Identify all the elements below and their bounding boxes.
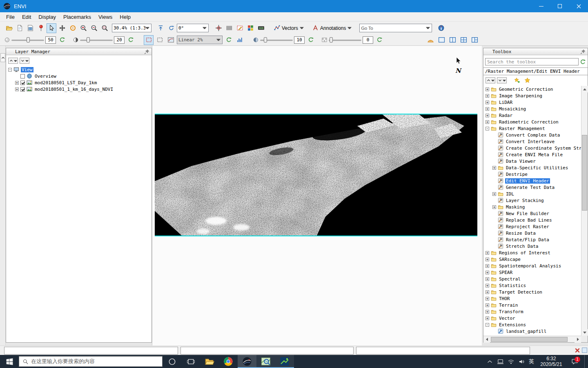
goto-combobox[interactable]: Go To xyxy=(359,24,432,32)
rotation-combobox[interactable]: 0° xyxy=(177,24,209,32)
expander-icon[interactable]: + xyxy=(486,303,489,307)
minimize-button[interactable] xyxy=(532,0,550,12)
toolbox-item[interactable]: -Raster Management xyxy=(483,125,581,132)
placemark-button[interactable] xyxy=(36,23,46,33)
contrast-slider[interactable] xyxy=(80,36,113,44)
select-button[interactable] xyxy=(47,23,56,33)
sharpen-input[interactable]: 10 xyxy=(294,36,305,44)
toolbox-item[interactable]: Create Coordinate System Strin xyxy=(483,145,581,151)
pixel-value-button[interactable] xyxy=(256,23,266,33)
toolbox-item[interactable]: +Transform xyxy=(483,308,581,315)
expander-icon[interactable]: + xyxy=(486,277,489,281)
toolbox-item[interactable]: +IDL xyxy=(483,191,581,197)
stretch-fullextent-button[interactable] xyxy=(144,35,154,45)
scroll-left-button[interactable] xyxy=(483,336,490,343)
cortana-button[interactable] xyxy=(163,355,181,368)
toolbox-horizontal-scrollbar[interactable] xyxy=(483,336,581,342)
expander-icon[interactable]: + xyxy=(486,101,489,104)
toolbox-item[interactable]: Reproject Raster xyxy=(483,223,581,230)
toolbox-item[interactable]: +Spectral xyxy=(483,276,581,282)
toolbox-item[interactable]: +Spatiotemporal Analysis xyxy=(483,263,581,269)
cancel-icon[interactable] xyxy=(574,347,581,354)
pushpin-icon[interactable] xyxy=(144,49,149,54)
toolbox-item[interactable]: -Extensions xyxy=(483,321,581,328)
brightness-input[interactable]: 50 xyxy=(45,36,56,44)
expander-icon[interactable]: + xyxy=(486,114,489,117)
scrollbar-thumb[interactable] xyxy=(491,337,568,342)
taskbar-search[interactable]: 在这里输入你要搜索的内容 xyxy=(19,356,163,367)
add-favorite-icon[interactable] xyxy=(514,77,520,83)
task-view-button[interactable] xyxy=(181,355,200,368)
toolbox-item[interactable]: Data Viewer xyxy=(483,158,581,164)
file-explorer-button[interactable] xyxy=(200,355,219,368)
taskbar-clock[interactable]: 6:32 2020/5/21 xyxy=(538,356,565,367)
scroll-down-button[interactable] xyxy=(581,329,588,336)
grid-views-button[interactable] xyxy=(459,35,468,45)
image-view-area[interactable]: N xyxy=(152,46,482,346)
toolbox-item[interactable]: landsat_gapfill xyxy=(483,328,581,334)
menu-item-file[interactable]: File xyxy=(2,12,18,21)
zoom-window-button[interactable] xyxy=(100,23,109,33)
visibility-checkbox[interactable] xyxy=(20,87,25,92)
expander-icon[interactable]: + xyxy=(486,290,489,294)
toolbox-item[interactable]: +Radar xyxy=(483,112,581,119)
toolbox-item[interactable]: Convert Interleave xyxy=(483,138,581,145)
maximize-button[interactable] xyxy=(550,0,569,12)
open-file-button[interactable] xyxy=(4,23,14,33)
toolbox-item[interactable]: +Masking xyxy=(483,204,581,210)
transparency-input[interactable]: 0 xyxy=(363,36,373,44)
toolbox-item[interactable]: +Mosaicking xyxy=(483,105,581,112)
menu-item-views[interactable]: Views xyxy=(95,12,116,21)
vectors-dropdown[interactable]: Vectors xyxy=(272,23,307,33)
toolbox-item[interactable]: +Vector xyxy=(483,315,581,321)
menu-item-edit[interactable]: Edit xyxy=(18,12,35,21)
expander-icon[interactable]: + xyxy=(492,205,496,209)
toolbox-item[interactable]: New File Builder xyxy=(483,210,581,217)
menu-item-placemarks[interactable]: Placemarks xyxy=(60,12,95,21)
brightness-reset-button[interactable] xyxy=(57,35,67,45)
transparency-slider[interactable] xyxy=(329,36,361,44)
expander-icon[interactable]: + xyxy=(486,107,489,111)
snap-north-button[interactable] xyxy=(156,23,165,33)
display-tray-icon[interactable] xyxy=(497,358,504,365)
single-view-button[interactable] xyxy=(437,35,446,45)
color-table-button[interactable] xyxy=(245,23,255,33)
expander-icon[interactable]: + xyxy=(486,94,489,98)
toolbox-item[interactable]: +Geometric Correction xyxy=(483,86,581,92)
toolbox-item[interactable]: +SPEAR xyxy=(483,269,581,276)
new-file-button[interactable] xyxy=(15,23,24,33)
scroll-right-button[interactable] xyxy=(575,336,581,343)
expander-icon[interactable]: + xyxy=(492,192,496,196)
scroll-up-button[interactable] xyxy=(581,86,588,92)
layer-item[interactable]: -View xyxy=(6,66,151,73)
close-button[interactable] xyxy=(569,0,588,12)
toolbox-item[interactable]: Layer Stacking xyxy=(483,197,581,204)
mixed-views-button[interactable] xyxy=(470,35,479,45)
search-refresh-icon[interactable] xyxy=(580,59,586,65)
language-indicator[interactable]: 英 xyxy=(529,358,534,365)
identify-button[interactable] xyxy=(436,23,446,33)
zoom-combobox[interactable]: 30.4% (1:3.3. xyxy=(112,24,151,32)
toolbox-item[interactable]: +Radiometric Correction xyxy=(483,119,581,125)
expander-icon[interactable]: - xyxy=(486,127,489,130)
panel-collapse-button[interactable] xyxy=(0,53,5,62)
envi-taskbar-button[interactable] xyxy=(238,355,256,368)
contrast-input[interactable]: 20 xyxy=(114,36,125,44)
toolbox-item[interactable]: +Regions of Interest xyxy=(483,249,581,256)
expander-icon[interactable]: + xyxy=(486,284,489,287)
toolbox-item[interactable]: +Target Detection xyxy=(483,289,581,295)
toolbox-item[interactable]: Create ENVI Meta File xyxy=(483,151,581,158)
toolbox-header[interactable]: Toolbox xyxy=(483,48,588,55)
toolbox-item[interactable]: Generate Test Data xyxy=(483,184,581,191)
expander-icon[interactable]: + xyxy=(486,297,489,301)
layer-item[interactable]: +mod20180501_1_km_16_days_NDVI xyxy=(6,86,151,92)
toolbox-item[interactable]: Resize Data xyxy=(483,230,581,236)
mensuration-button[interactable] xyxy=(425,35,435,45)
toolbox-item[interactable]: Stretch Data xyxy=(483,243,581,249)
expander-icon[interactable]: + xyxy=(486,88,489,91)
expander-icon[interactable]: + xyxy=(15,88,19,91)
action-center-button[interactable]: 1 xyxy=(568,355,581,368)
stretch-image-button[interactable] xyxy=(166,35,176,45)
pushpin-icon[interactable] xyxy=(580,49,586,54)
raster-image-view[interactable] xyxy=(155,114,477,236)
